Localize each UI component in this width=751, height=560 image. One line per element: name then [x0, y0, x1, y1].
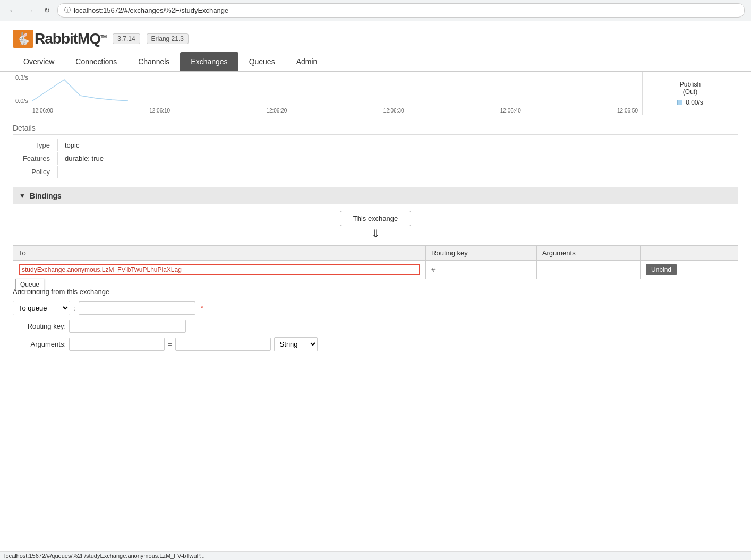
xaxis-3: 12:06:30 [383, 108, 404, 114]
chart-xaxis: 12:06:00 12:06:10 12:06:20 12:06:30 12:0… [32, 108, 638, 114]
nav-overview[interactable]: Overview [13, 52, 65, 71]
add-binding-title: Add binding from this exchange [13, 288, 738, 296]
to-queue-row: To queue To exchange : * [13, 301, 738, 315]
nav-connections[interactable]: Connections [65, 52, 127, 71]
page: 🐇 RabbitMQTM 3.7.14 Erlang 21.3 Overview… [0, 21, 751, 351]
routing-key-cell: # [426, 261, 537, 279]
xaxis-2: 12:06:20 [266, 108, 287, 114]
publish-out-value: 0.00/s [677, 99, 703, 106]
binding-diagram: This exchange ⇓ [13, 211, 738, 239]
bindings-table-header: To Routing key Arguments [13, 246, 738, 261]
type-value: topic [57, 139, 737, 151]
bindings-header[interactable]: ▼ Bindings [13, 187, 738, 204]
unbind-cell: Unbind [641, 261, 738, 279]
publish-out-rate: 0.00/s [686, 99, 703, 106]
bindings-title: Bindings [30, 192, 62, 200]
erlang-badge: Erlang 21.3 [147, 33, 189, 44]
arguments-row: Arguments: = String Number Boolean [13, 337, 738, 351]
to-queue-select[interactable]: To queue To exchange [13, 301, 70, 315]
address-bar[interactable]: ⓘ localhost:15672/#/exchanges/%2F/studyE… [57, 3, 745, 18]
nav-channels[interactable]: Channels [127, 52, 180, 71]
chart-legend: Publish(Out) 0.00/s [642, 72, 738, 115]
collapse-icon: ▼ [19, 192, 25, 200]
details-type-row: Type topic [14, 139, 737, 151]
details-section-title: Details [13, 124, 738, 135]
col-actions [641, 246, 738, 261]
nav-bar: Overview Connections Channels Exchanges … [0, 52, 751, 72]
logo-bar: 🐇 RabbitMQTM 3.7.14 Erlang 21.3 [0, 21, 751, 52]
col-to: To [13, 246, 426, 261]
logo-tm: TM [100, 34, 106, 39]
col-routing-key: Routing key [426, 246, 537, 261]
url-text: localhost:15672/#/exchanges/%2F/studyExc… [74, 6, 228, 14]
routing-key-label: Routing key: [13, 322, 66, 330]
nav-admin[interactable]: Admin [286, 52, 328, 71]
bindings-table: To Routing key Arguments studyExchange.a… [13, 245, 738, 279]
logo: 🐇 RabbitMQTM [13, 30, 106, 48]
queue-tooltip: Queue [15, 279, 44, 290]
this-exchange-box: This exchange [340, 211, 412, 226]
queue-link[interactable]: studyExchange.anonymous.LzM_FV-bTwuPLhuP… [19, 264, 420, 275]
queue-name-input[interactable] [79, 301, 195, 315]
lock-icon: ⓘ [64, 6, 71, 15]
required-star: * [201, 304, 203, 312]
details-policy-row: Policy [14, 166, 737, 178]
chart-graph: 0.3/s 0.0/s 12:06:00 12:06:10 12:06:20 1… [13, 72, 642, 115]
arguments-type-select[interactable]: String Number Boolean [274, 337, 318, 351]
routing-key-row: Routing key: [13, 320, 738, 333]
nav-queues[interactable]: Queues [238, 52, 286, 71]
forward-button[interactable]: → [23, 4, 36, 17]
nav-exchanges[interactable]: Exchanges [180, 52, 238, 71]
yaxis-top: 0.3/s [15, 74, 31, 81]
features-value: durable: true [57, 152, 737, 165]
chart-svg-area [32, 74, 638, 104]
arguments-val-input[interactable] [175, 338, 271, 351]
legend-dot [677, 100, 682, 105]
policy-label: Policy [14, 166, 56, 178]
equals-sign: = [168, 340, 172, 348]
colon-separator: : [73, 304, 75, 312]
unbind-button[interactable]: Unbind [646, 264, 677, 275]
reload-button[interactable]: ↻ [40, 4, 53, 17]
arguments-key-input[interactable] [69, 338, 165, 351]
xaxis-4: 12:06:40 [500, 108, 521, 114]
binding-queue-cell: studyExchange.anonymous.LzM_FV-bTwuPLhuP… [13, 261, 426, 279]
policy-value [57, 166, 737, 178]
col-arguments: Arguments [536, 246, 640, 261]
yaxis-mid: 0.0/s [15, 98, 31, 104]
chart-yaxis: 0.3/s 0.0/s [15, 74, 31, 104]
xaxis-5: 12:06:50 [617, 108, 638, 114]
version-badge: 3.7.14 [113, 33, 140, 44]
back-button[interactable]: ← [6, 4, 19, 17]
xaxis-0: 12:06:00 [32, 108, 53, 114]
arguments-label: Arguments: [13, 340, 66, 348]
logo-text: RabbitMQTM [35, 30, 106, 47]
double-arrow-icon: ⇓ [371, 228, 380, 239]
chart-area: 0.3/s 0.0/s 12:06:00 12:06:10 12:06:20 1… [13, 72, 738, 115]
type-label: Type [14, 139, 56, 151]
logo-icon: 🐇 [13, 30, 33, 48]
details-table: Type topic Features durable: true Policy [13, 138, 738, 179]
arguments-cell [536, 261, 640, 279]
details-features-row: Features durable: true [14, 152, 737, 165]
routing-key-input[interactable] [69, 320, 186, 333]
publish-out-label: Publish(Out) [680, 81, 701, 96]
features-label: Features [14, 152, 56, 165]
routing-key-value: # [431, 266, 435, 274]
chart-svg [32, 74, 638, 104]
table-row: studyExchange.anonymous.LzM_FV-bTwuPLhuP… [13, 261, 738, 279]
browser-bar: ← → ↻ ⓘ localhost:15672/#/exchanges/%2F/… [0, 0, 751, 21]
main-content: 0.3/s 0.0/s 12:06:00 12:06:10 12:06:20 1… [0, 72, 751, 351]
xaxis-1: 12:06:10 [149, 108, 170, 114]
